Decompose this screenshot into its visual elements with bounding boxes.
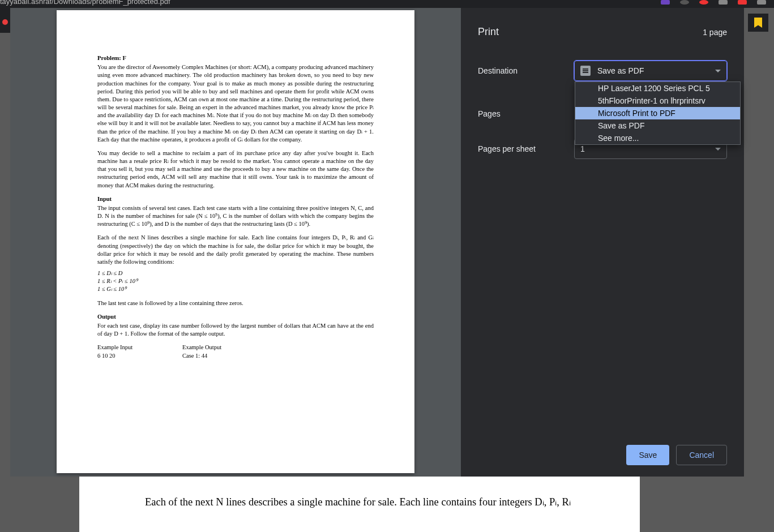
dest-option-saveaspdf[interactable]: Save as PDF [575, 119, 740, 132]
dest-option-5thfloor[interactable]: 5thFloorPrinter-1 on lhrprintsrv [575, 95, 740, 107]
para-2: You may decide to sell a machine to recl… [97, 149, 374, 190]
preview-page: Problem: F You are the director of Aweso… [57, 10, 414, 473]
ext-icon-2[interactable] [680, 0, 689, 5]
bookmark-icon [754, 18, 762, 28]
constraint-2: 1 ≤ Rᵢ < Pᵢ ≤ 10⁹ [97, 277, 374, 285]
example-output: Case 1: 44 [182, 352, 267, 360]
para-1: You are the director of Awesomely Comple… [97, 63, 374, 144]
ext-icon-1[interactable] [661, 0, 670, 5]
pages-per-sheet-selected: 1 [580, 144, 715, 153]
dest-option-msprint[interactable]: Microsoft Print to PDF [575, 107, 740, 119]
print-title: Print [478, 26, 499, 38]
para-3: The input consists of several test cases… [97, 204, 374, 229]
constraint-3: 1 ≤ Gᵢ ≤ 10⁹ [97, 285, 374, 293]
page-count: 1 page [703, 28, 727, 37]
para-4: Each of the next N lines describes a sin… [97, 234, 374, 266]
heading-input: Input [97, 196, 112, 202]
pages-per-sheet-label: Pages per sheet [478, 144, 574, 153]
destination-label: Destination [478, 66, 574, 75]
tab-indicator-icon[interactable] [2, 19, 8, 25]
destination-dropdown: HP LaserJet 1200 Series PCL 5 5thFloorPr… [575, 81, 741, 145]
pages-label: Pages [478, 109, 574, 118]
ext-icon-3[interactable] [699, 0, 708, 5]
pdf-icon [580, 66, 591, 76]
chevron-down-icon [715, 148, 721, 151]
example-output-heading: Example Output [182, 344, 267, 351]
print-settings-panel: Print 1 page Destination Save as PDF HP … [461, 8, 744, 477]
background-page: Each of the next N lines describes a sin… [79, 477, 640, 532]
heading-output: Output [97, 314, 116, 320]
dest-option-seemore[interactable]: See more... [575, 132, 740, 144]
save-button[interactable]: Save [626, 445, 669, 465]
dest-option-hp[interactable]: HP LaserJet 1200 Series PCL 5 [575, 82, 740, 95]
ext-icon-6[interactable] [757, 0, 766, 5]
window-path: tayyabali.ashraf/Downloads/problemF_prot… [0, 0, 170, 6]
example-input: 6 10 20 [97, 352, 182, 360]
para-5: The last test case is followed by a line… [97, 299, 374, 307]
destination-selected: Save as PDF [597, 66, 715, 75]
cancel-button[interactable]: Cancel [676, 445, 727, 465]
destination-select[interactable]: Save as PDF HP LaserJet 1200 Series PCL … [574, 61, 727, 81]
heading-problem: Problem: F [97, 55, 126, 61]
bookmark-button[interactable] [748, 14, 768, 32]
background-text-line: Each of the next N lines describes a sin… [145, 496, 571, 508]
chevron-down-icon [715, 70, 721, 72]
para-6: For each test case, display its case num… [97, 322, 374, 338]
print-dialog: Problem: F You are the director of Aweso… [10, 8, 744, 477]
ext-icon-4[interactable] [719, 0, 728, 5]
constraint-1: 1 ≤ Dᵢ ≤ D [97, 269, 374, 277]
print-preview-pane[interactable]: Problem: F You are the director of Aweso… [10, 8, 461, 477]
ext-icon-5[interactable] [738, 0, 747, 5]
titlebar-icons [661, 0, 766, 7]
example-input-heading: Example Input [97, 344, 182, 351]
